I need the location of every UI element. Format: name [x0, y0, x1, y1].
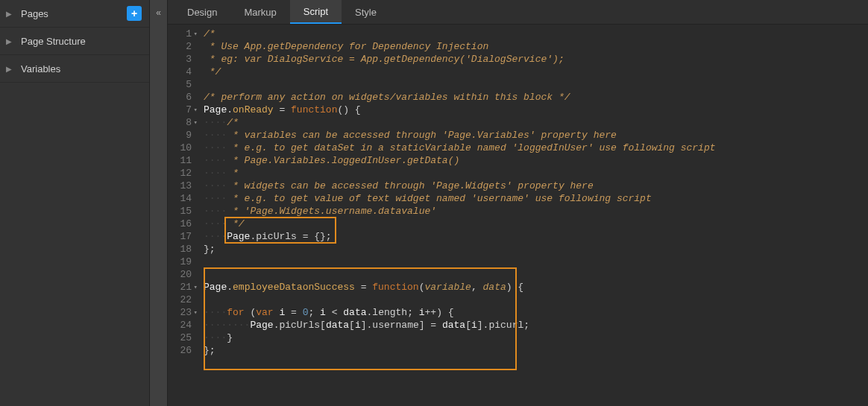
tab-label: Markup	[244, 7, 276, 18]
code-line[interactable]	[204, 268, 868, 281]
code-line[interactable]: ····for (var i = 0; i < data.length; i++…	[204, 306, 868, 319]
code-line[interactable]: /*	[204, 28, 868, 40]
code-line[interactable]: ···· * 'Page.Widgets.username.datavalue'	[204, 205, 868, 218]
line-number: 25	[168, 332, 192, 344]
main-panel: Design Markup Script Style 1▾234567▾8▾91…	[168, 0, 868, 406]
tab-label: Style	[355, 7, 377, 18]
code-line[interactable]: ········Page.picUrls[data[i].username] =…	[204, 319, 868, 332]
code-line[interactable]: Page.onReady = function() {	[204, 104, 868, 116]
code-line[interactable]: ····}	[204, 332, 868, 344]
line-number: 10	[168, 142, 192, 154]
code-line[interactable]: * eg: var DialogService = App.getDepende…	[204, 53, 868, 66]
tab-markup[interactable]: Markup	[230, 0, 289, 24]
code-line[interactable]: ···· *	[204, 167, 868, 180]
code-editor[interactable]: 1▾234567▾8▾9101112131415161718192021▾222…	[168, 25, 868, 406]
line-number: 20	[168, 268, 192, 281]
line-number: 16	[168, 218, 192, 230]
code-body[interactable]: /* * Use App.getDependency for Dependenc…	[196, 25, 868, 406]
line-number: 9	[168, 129, 192, 142]
code-line[interactable]: */	[204, 66, 868, 78]
sidebar-item-label: Page Structure	[21, 36, 142, 47]
line-number: 5	[168, 78, 192, 91]
line-number: 14	[168, 192, 192, 205]
caret-right-icon: ▶	[6, 10, 15, 18]
code-line[interactable]: ····Page.picUrls = {};	[204, 230, 868, 243]
code-line[interactable]: ····/*	[204, 116, 868, 129]
line-number: 4	[168, 66, 192, 78]
code-line[interactable]: };	[204, 243, 868, 256]
line-number: 24	[168, 319, 192, 332]
code-line[interactable]	[204, 294, 868, 306]
code-line[interactable]	[204, 256, 868, 268]
tab-label: Design	[187, 7, 217, 18]
line-number: 12	[168, 167, 192, 180]
sidebar-item-variables[interactable]: ▶ Variables	[0, 55, 149, 83]
code-line[interactable]: ···· * Page.Variables.loggedInUser.getDa…	[204, 154, 868, 167]
line-number: 3	[168, 53, 192, 66]
code-line[interactable]: };	[204, 344, 868, 357]
line-number: 26	[168, 344, 192, 357]
sidebar-item-pages[interactable]: ▶ Pages +	[0, 0, 149, 28]
chevron-left-icon: «	[156, 7, 161, 18]
code-line[interactable]: Page.employeeDataonSuccess = function(va…	[204, 281, 868, 294]
line-number: 18	[168, 243, 192, 256]
code-line[interactable]: ···· * e.g. to get value of text widget …	[204, 192, 868, 205]
tab-design[interactable]: Design	[174, 0, 230, 24]
line-number: 8▾	[168, 116, 192, 129]
line-number: 7▾	[168, 104, 192, 116]
sidebar-item-label: Pages	[21, 8, 127, 19]
add-page-button[interactable]: +	[127, 6, 142, 21]
line-number: 19	[168, 256, 192, 268]
code-line[interactable]: ···· * variables can be accessed through…	[204, 129, 868, 142]
sidebar: ▶ Pages + ▶ Page Structure ▶ Variables	[0, 0, 150, 406]
line-number-gutter: 1▾234567▾8▾9101112131415161718192021▾222…	[168, 25, 196, 406]
editor-tabbar: Design Markup Script Style	[168, 0, 868, 25]
sidebar-collapse-gutter: «	[150, 0, 168, 406]
sidebar-item-page-structure[interactable]: ▶ Page Structure	[0, 28, 149, 55]
line-number: 13	[168, 180, 192, 192]
line-number: 15	[168, 205, 192, 218]
tab-script[interactable]: Script	[290, 0, 342, 24]
code-line[interactable]: * Use App.getDependency for Dependency I…	[204, 40, 868, 53]
line-number: 6	[168, 91, 192, 104]
code-line[interactable]: /* perform any action on widgets/variabl…	[204, 91, 868, 104]
line-number: 11	[168, 154, 192, 167]
caret-right-icon: ▶	[6, 65, 15, 73]
line-number: 21▾	[168, 281, 192, 294]
line-number: 2	[168, 40, 192, 53]
sidebar-item-label: Variables	[21, 63, 142, 74]
code-line[interactable]	[204, 78, 868, 91]
line-number: 17	[168, 230, 192, 243]
collapse-sidebar-button[interactable]: «	[152, 6, 166, 19]
line-number: 22	[168, 294, 192, 306]
line-number: 1▾	[168, 28, 192, 40]
caret-right-icon: ▶	[6, 37, 15, 45]
tab-style[interactable]: Style	[342, 0, 390, 24]
tab-label: Script	[304, 6, 328, 17]
code-line[interactable]: ···· * widgets can be accessed through '…	[204, 180, 868, 192]
code-line[interactable]: ···· * e.g. to get dataSet in a staticVa…	[204, 142, 868, 154]
code-line[interactable]: ···· */	[204, 218, 868, 230]
line-number: 23▾	[168, 306, 192, 319]
